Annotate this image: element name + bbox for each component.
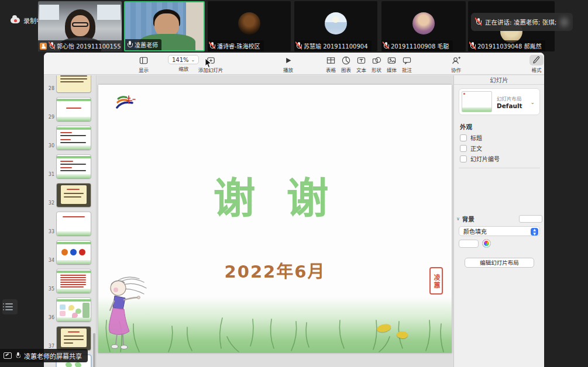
slide-thumbnail-row[interactable]: 29 bbox=[44, 98, 97, 121]
slide-number-checkbox-row[interactable]: 幻灯片编号 bbox=[460, 154, 500, 163]
slide-navigator[interactable]: 28 29 30 bbox=[44, 75, 97, 367]
media-button[interactable]: 媒体 bbox=[384, 55, 399, 73]
mic-muted-icon bbox=[49, 42, 54, 50]
mic-muted-icon bbox=[209, 42, 215, 50]
fill-type-dropdown[interactable]: 颜色填充 ▲▼ bbox=[459, 226, 540, 236]
school-logo bbox=[116, 94, 137, 112]
shape-button[interactable]: 形状 bbox=[369, 55, 384, 73]
avatar bbox=[238, 12, 260, 34]
slide-layout-well[interactable]: 幻灯片布局 Default ⌄ bbox=[459, 88, 540, 115]
girl-illustration bbox=[102, 275, 154, 353]
slide-thumbnail[interactable] bbox=[57, 212, 91, 236]
meeting-screen: 录制中 郭心怡 201911100155 凌蕙老师 潘诗睿-珠海校区 bbox=[0, 0, 588, 367]
slide-thumbnail-row[interactable]: 32 bbox=[44, 184, 97, 207]
current-slide[interactable]: 谢 谢 2022年6月 凌蕙 bbox=[98, 85, 452, 353]
text-button[interactable]: 文本 bbox=[354, 55, 369, 73]
slide-canvas: 谢 谢 2022年6月 凌蕙 bbox=[97, 75, 453, 367]
video-tile[interactable]: 苏慧瑜 201911100904 bbox=[294, 1, 377, 51]
mic-muted-icon bbox=[470, 42, 475, 50]
collaborate-button[interactable]: 协作 bbox=[449, 55, 463, 73]
blurred-names bbox=[561, 18, 568, 27]
play-button[interactable]: 播放 bbox=[281, 55, 295, 73]
body-checkbox-row[interactable]: 正文 bbox=[460, 144, 482, 153]
slide-thumbnail[interactable] bbox=[57, 155, 91, 178]
slide-thumbnail-row[interactable]: 30 bbox=[44, 126, 97, 150]
slide-thumbnail-row[interactable]: 37 bbox=[44, 327, 97, 350]
video-tile-active-speaker[interactable]: 凌蕙老师 bbox=[124, 1, 205, 51]
video-tile[interactable]: 郭心怡 201911100155 bbox=[38, 1, 122, 51]
layout-preview-thumbnail bbox=[462, 91, 492, 112]
slide-thumbnail-row[interactable]: 31 bbox=[44, 155, 97, 178]
hand-raised-icon bbox=[40, 43, 47, 50]
avatar bbox=[325, 12, 347, 34]
mic-muted-icon bbox=[476, 18, 481, 26]
slide-thumbnail[interactable] bbox=[57, 327, 91, 350]
share-badge-text: 凌蕙老师的屏幕共享 bbox=[24, 351, 82, 361]
mic-muted-icon bbox=[296, 42, 301, 50]
checkbox-unchecked[interactable] bbox=[460, 145, 467, 152]
comment-icon bbox=[400, 55, 414, 65]
text-box-icon bbox=[354, 55, 369, 65]
screen-share-badge: 凌蕙老师的屏幕共享 bbox=[0, 349, 88, 362]
participant-name-badge: 苏慧瑜 201911100904 bbox=[294, 40, 372, 51]
participant-name-badge: 凌蕙老师 bbox=[125, 39, 161, 50]
sidebar-scrollbar[interactable] bbox=[93, 333, 95, 367]
slide-thumbnail[interactable] bbox=[57, 184, 91, 207]
appearance-label: 外观 bbox=[460, 122, 472, 131]
slide-title: 谢 谢 bbox=[98, 164, 452, 225]
color-wheel-button[interactable] bbox=[482, 239, 491, 248]
disclosure-chevron-icon[interactable]: ∨ bbox=[456, 216, 460, 221]
participant-name-badge: 潘诗睿-珠海校区 bbox=[208, 40, 264, 51]
slide-thumbnail[interactable] bbox=[57, 75, 91, 92]
zoom-value: 141% bbox=[172, 57, 189, 63]
format-brush-icon bbox=[529, 55, 544, 65]
slide-thumbnail[interactable] bbox=[57, 98, 91, 121]
video-tile[interactable]: 潘诗睿-珠海校区 bbox=[208, 1, 291, 51]
slide-thumbnail-row[interactable]: 35 bbox=[44, 269, 97, 293]
slide-thumbnail[interactable] bbox=[57, 269, 91, 293]
slide-thumbnail-row[interactable]: 28 bbox=[44, 75, 97, 92]
slide-thumbnail-row[interactable]: 34 bbox=[44, 241, 97, 264]
participant-name: 凌蕙老师 bbox=[135, 40, 158, 49]
mic-muted-icon bbox=[383, 42, 388, 50]
view-button[interactable]: 显示 bbox=[136, 55, 151, 73]
layout-label: 幻灯片布局 bbox=[497, 95, 522, 102]
participant-name: 潘诗睿-珠海校区 bbox=[217, 41, 260, 50]
video-tile[interactable]: 201911100908 毛聪 bbox=[381, 1, 466, 51]
participant-name: 苏慧瑜 201911100904 bbox=[304, 41, 368, 50]
slide-thumbnail[interactable] bbox=[57, 126, 91, 150]
speaking-now-tooltip: 正在讲话: 凌蕙老师; 张琪; bbox=[471, 13, 573, 31]
mic-icon bbox=[15, 352, 20, 359]
background-section[interactable]: ∨ 背景 bbox=[456, 214, 542, 223]
background-preview-well[interactable] bbox=[519, 215, 542, 223]
slide-thumbnail-row[interactable]: 36 bbox=[44, 298, 97, 321]
format-panel: 幻灯片 幻灯片布局 Default ⌄ 外观 标题 正文 幻灯片编号 bbox=[453, 75, 544, 367]
slide-thumbnail[interactable] bbox=[57, 241, 91, 264]
mouse-cursor bbox=[205, 58, 212, 68]
participant-list-icon[interactable] bbox=[2, 299, 18, 314]
participant-name: 201911100908 毛聪 bbox=[391, 41, 449, 50]
comment-button[interactable]: 批注 bbox=[400, 55, 414, 73]
color-swatch-well[interactable] bbox=[459, 240, 479, 248]
zoom-control[interactable]: 141%⌄ 缩放 bbox=[168, 55, 199, 72]
title-checkbox-row[interactable]: 标题 bbox=[460, 133, 482, 142]
screen-share-icon bbox=[4, 352, 12, 359]
speaking-now-text: 正在讲话: 凌蕙老师; 张琪; bbox=[485, 18, 556, 26]
slide-thumbnail-row[interactable]: 33 bbox=[44, 212, 97, 236]
checkbox-unchecked[interactable] bbox=[460, 134, 467, 141]
play-icon bbox=[281, 55, 295, 65]
stepper-icon: ▲▼ bbox=[531, 228, 538, 236]
keynote-window: 显示 141%⌄ 缩放 添加幻灯片 播放 表格 bbox=[44, 53, 544, 367]
chevron-down-icon: ⌄ bbox=[191, 57, 195, 63]
chart-button[interactable]: 图表 bbox=[339, 55, 353, 73]
slide-thumbnail[interactable] bbox=[57, 298, 91, 321]
edit-slide-layout-button[interactable]: 编辑幻灯片布局 bbox=[465, 258, 534, 268]
table-button[interactable]: 表格 bbox=[324, 55, 338, 73]
checkbox-unchecked[interactable] bbox=[460, 155, 467, 162]
panel-header: 幻灯片 bbox=[454, 75, 544, 85]
format-button[interactable]: 格式 bbox=[529, 55, 544, 73]
participant-name-badge: 201911039048 郝胤然 bbox=[468, 40, 545, 51]
collaborate-icon bbox=[449, 55, 463, 65]
participant-name-badge: 201911100908 毛聪 bbox=[381, 40, 453, 51]
media-icon bbox=[384, 55, 399, 65]
